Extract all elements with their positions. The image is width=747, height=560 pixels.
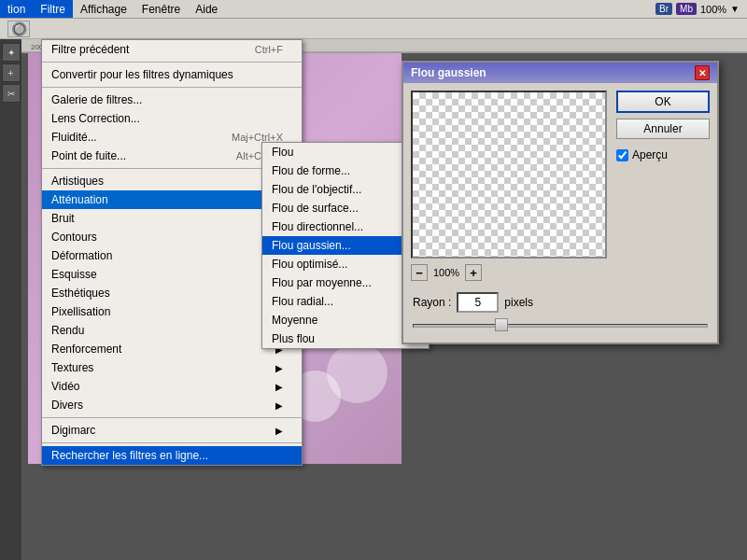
menu-lens[interactable]: Lens Correction... [42,109,302,128]
zoom-level-display: 100% [433,267,459,278]
arrow-icon-digimarc: ▶ [275,426,283,436]
preview-canvas[interactable] [411,91,607,259]
menu-filtre-precedent[interactable]: Filtre précédent Ctrl+F [42,40,302,59]
ok-button[interactable]: OK [616,91,710,113]
apercu-checkbox-row: Aperçu [616,148,710,161]
dialog-right-controls: OK Annuler Aperçu [616,91,710,281]
menu-action[interactable]: tion [0,0,33,18]
slider-thumb[interactable] [495,318,508,331]
zoom-dropdown[interactable]: ▼ [730,4,740,14]
menu-divers[interactable]: Divers ▶ [42,396,302,414]
separator-1 [42,62,302,63]
menu-textures[interactable]: Textures ▶ [42,358,302,377]
separator-2 [42,87,302,88]
tool-1[interactable]: ✦ [2,43,21,62]
tool-2[interactable]: + [2,63,21,82]
menu-filtre[interactable]: Filtre [33,0,73,18]
arrow-icon-textures: ▶ [275,363,283,373]
arrow-icon-video: ▶ [275,382,283,392]
rayon-input[interactable] [457,292,499,313]
zoom-minus-btn[interactable]: − [411,264,428,281]
zoom-controls: − 100% + [411,262,607,281]
menu-video[interactable]: Vidéo ▶ [42,377,302,396]
slider-wrapper [413,316,708,333]
preview-section: − 100% + [411,91,607,281]
flower-5 [327,343,388,403]
separator-5 [42,442,302,443]
annuler-button[interactable]: Annuler [616,119,710,139]
pixels-label: pixels [504,296,533,309]
flou-gaussien-dialog: Flou gaussien ✕ − 100% + OK Annuler A [402,61,719,344]
menu-convertir[interactable]: Convertir pour les filtres dynamiques [42,65,302,84]
tool-3[interactable]: ✂ [2,84,21,103]
rayon-slider-container [403,315,717,343]
apercu-checkbox[interactable] [616,149,628,161]
separator-4 [42,417,302,418]
zoom-indicator: 100% [700,4,726,15]
toolbar: 🔘 [0,19,747,39]
menubar: tion Filtre Affichage Fenêtre Aide Br Mb… [0,0,747,19]
mb-badge: Mb [676,3,697,15]
br-badge: Br [655,3,672,15]
slider-track [413,324,708,328]
menu-rechercher[interactable]: Rechercher les filtres en ligne... [42,446,302,465]
menu-digimarc[interactable]: Digimarc ▶ [42,421,302,440]
menu-fenetre[interactable]: Fenêtre [134,0,188,18]
dialog-title: Flou gaussien [411,66,486,79]
menu-galerie[interactable]: Galerie de filtres... [42,91,302,109]
rayon-row: Rayon : pixels [403,288,717,315]
menu-aide[interactable]: Aide [188,0,225,18]
dialog-close-button[interactable]: ✕ [695,65,710,80]
arrow-icon-divers: ▶ [275,400,283,411]
menu-affichage[interactable]: Affichage [73,0,134,18]
dialog-titlebar: Flou gaussien ✕ [403,63,717,83]
dialog-body: − 100% + OK Annuler Aperçu [403,83,717,288]
apercu-label: Aperçu [632,148,668,161]
rayon-label: Rayon : [413,296,451,309]
stamp-tool[interactable]: 🔘 [7,21,30,37]
left-toolbar: ✦ + ✂ [0,39,21,560]
zoom-plus-btn[interactable]: + [465,264,482,281]
